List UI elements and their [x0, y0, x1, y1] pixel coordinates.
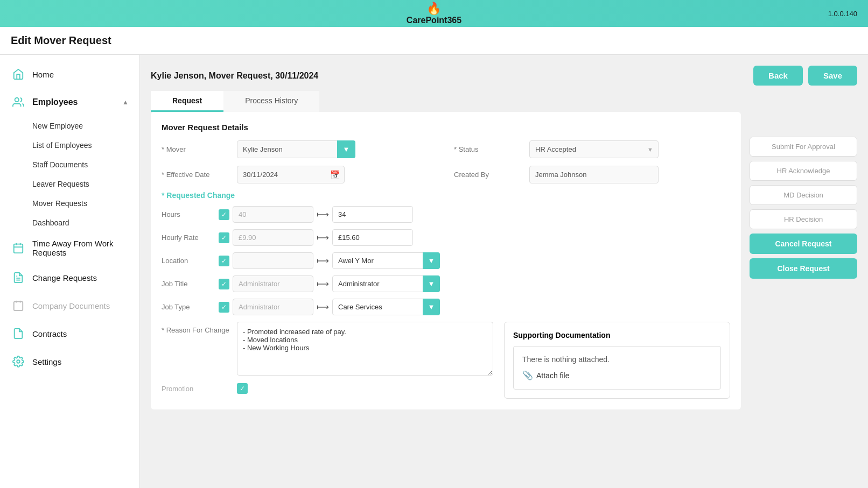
calendar-icon — [11, 241, 26, 256]
location-to-input[interactable] — [332, 252, 440, 269]
sidebar-label-list-of-employees: List of Employees — [32, 141, 92, 150]
mover-col: * Mover ▼ * Effective Date 📅 — [162, 140, 438, 191]
reason-label: * Reason For Change — [162, 326, 232, 334]
record-title: Kylie Jenson, Mover Request, 30/11/2024 — [151, 71, 318, 81]
hours-label: Hours — [162, 210, 215, 218]
sidebar-item-employees[interactable]: Employees ▲ — [0, 88, 139, 116]
sidebar-item-staff-documents[interactable]: Staff Documents — [0, 155, 139, 174]
sidebar-label-time-away: Time Away From Work Requests — [32, 239, 129, 257]
docs-nothing-text: There is nothing attached. — [522, 355, 712, 364]
form-and-actions: Mover Request Details * Mover ▼ — [151, 112, 857, 409]
topbar: 🔥 CarePoint365 1.0.0.140 — [0, 0, 868, 27]
job-title-to-input[interactable] — [332, 275, 440, 292]
job-type-checkbox[interactable] — [219, 302, 229, 313]
bottom-section: * Reason For Change - Promoted increased… — [162, 322, 730, 399]
paperclip-icon: 📎 — [522, 370, 533, 380]
sidebar-label-leaver-requests: Leaver Requests — [32, 180, 89, 188]
svg-rect-1 — [14, 244, 23, 253]
sidebar-item-leaver-requests[interactable]: Leaver Requests — [0, 174, 139, 194]
hourly-rate-from-input — [233, 229, 313, 246]
attach-file-button[interactable]: 📎 Attach file — [522, 370, 712, 380]
sidebar-label-contracts: Contracts — [32, 329, 67, 338]
reason-textarea[interactable]: - Promoted increased rate of pay. - Move… — [237, 322, 493, 376]
main-layout: Home Employees ▲ New Employee List of Em… — [0, 55, 868, 488]
status-input[interactable] — [529, 140, 659, 158]
location-checkbox[interactable] — [219, 256, 229, 266]
sidebar: Home Employees ▲ New Employee List of Em… — [0, 55, 140, 488]
sidebar-item-home[interactable]: Home — [0, 60, 139, 88]
sidebar-item-list-of-employees[interactable]: List of Employees — [0, 136, 139, 155]
sidebar-item-settings[interactable]: Settings — [0, 348, 139, 376]
location-to-dropdown: ▼ — [332, 252, 440, 269]
submit-for-approval-button[interactable]: Submit For Approval — [750, 137, 857, 157]
mover-row: * Mover ▼ — [162, 140, 438, 158]
hours-to-input[interactable] — [332, 206, 413, 223]
chevron-up-icon: ▲ — [122, 98, 129, 106]
cancel-request-button[interactable]: Cancel Request — [750, 234, 857, 254]
effective-date-input[interactable] — [237, 166, 345, 183]
settings-icon — [11, 354, 26, 369]
hourly-rate-label: Hourly Rate — [162, 234, 215, 242]
sidebar-item-contracts[interactable]: Contracts — [0, 320, 139, 348]
sidebar-label-company-documents: Company Documents — [32, 301, 110, 310]
status-row: * Status ▼ — [454, 140, 730, 158]
location-from-input — [233, 252, 313, 269]
job-title-arrow-icon: ⟼ — [317, 279, 329, 289]
sidebar-item-mover-requests[interactable]: Mover Requests — [0, 194, 139, 213]
effective-date-wrapper: 📅 — [237, 166, 345, 183]
md-decision-button[interactable]: MD Decision — [750, 185, 857, 205]
sidebar-label-staff-documents: Staff Documents — [32, 160, 88, 169]
right-action-panel: Submit For Approval HR Acknowledge MD De… — [750, 112, 857, 409]
save-button[interactable]: Save — [808, 66, 857, 86]
form-top-row: * Mover ▼ * Effective Date 📅 — [162, 140, 730, 191]
sidebar-label-employees: Employees — [32, 97, 78, 107]
created-by-row: Created By — [454, 166, 730, 183]
job-title-from-input — [233, 275, 313, 292]
created-by-input — [529, 166, 659, 183]
sidebar-item-time-away[interactable]: Time Away From Work Requests — [0, 232, 139, 264]
svg-rect-7 — [14, 302, 23, 311]
job-title-to-dropdown: ▼ — [332, 275, 440, 292]
created-by-label: Created By — [454, 171, 524, 179]
app-version: 1.0.0.140 — [828, 10, 857, 18]
promotion-checkbox[interactable] — [237, 383, 248, 394]
promotion-row: Promotion — [162, 383, 493, 394]
svg-point-10 — [17, 360, 20, 363]
company-doc-icon — [11, 298, 26, 313]
attach-label: Attach file — [536, 371, 569, 380]
mover-input[interactable] — [237, 140, 355, 158]
tab-process-history[interactable]: Process History — [223, 91, 319, 112]
sidebar-label-change-requests: Change Requests — [32, 273, 97, 282]
job-type-row: Job Type ⟼ ▼ — [162, 299, 730, 315]
app-name: CarePoint365 — [407, 16, 461, 25]
status-label: * Status — [454, 145, 524, 153]
reason-row: * Reason For Change - Promoted increased… — [162, 322, 493, 376]
job-title-checkbox[interactable] — [219, 279, 229, 289]
logo-icon: 🔥 — [426, 2, 441, 16]
hours-row: Hours ⟼ — [162, 206, 730, 223]
sidebar-label-mover-requests: Mover Requests — [32, 199, 87, 208]
hourly-rate-to-input[interactable] — [332, 229, 413, 246]
tabs: Request Process History — [151, 91, 857, 112]
sidebar-item-change-requests[interactable]: Change Requests — [0, 264, 139, 292]
page-title: Edit Mover Request — [11, 34, 857, 47]
form-card: Mover Request Details * Mover ▼ — [151, 112, 741, 409]
hr-acknowledge-button[interactable]: HR Acknowledge — [750, 161, 857, 181]
change-icon — [11, 270, 26, 285]
sidebar-item-dashboard[interactable]: Dashboard — [0, 213, 139, 232]
promotion-label: Promotion — [162, 385, 232, 393]
hours-checkbox[interactable] — [219, 209, 229, 220]
hourly-rate-checkbox[interactable] — [219, 232, 229, 243]
page-header: Edit Mover Request — [0, 27, 868, 55]
job-type-to-input[interactable] — [332, 299, 440, 315]
calendar-small-icon: 📅 — [330, 170, 340, 180]
hr-decision-button[interactable]: HR Decision — [750, 209, 857, 229]
header-buttons: Back Save — [753, 66, 857, 86]
close-request-button[interactable]: Close Request — [750, 258, 857, 279]
app-logo: 🔥 CarePoint365 — [407, 2, 461, 25]
tab-request[interactable]: Request — [151, 91, 223, 112]
sidebar-item-new-employee[interactable]: New Employee — [0, 116, 139, 136]
back-button[interactable]: Back — [753, 66, 803, 86]
employees-icon — [11, 95, 26, 110]
sidebar-label-dashboard: Dashboard — [32, 218, 69, 227]
